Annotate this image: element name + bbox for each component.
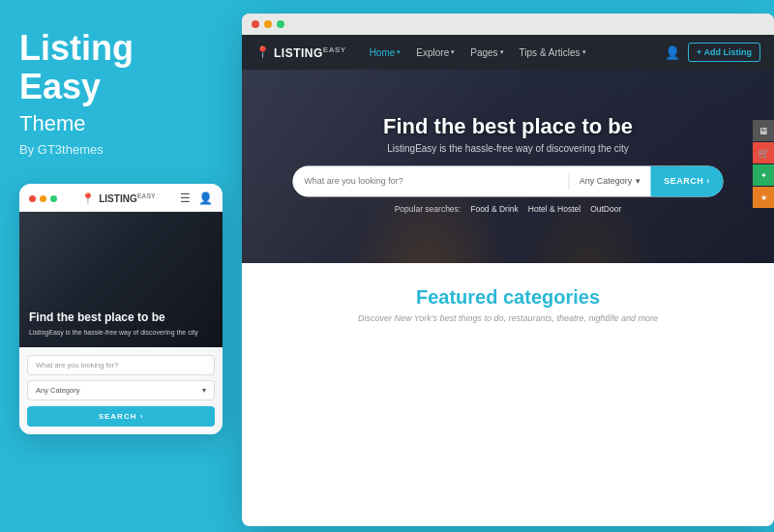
dot-green	[50, 195, 57, 202]
mockup-logo: 📍 LISTINGEASY	[81, 192, 156, 205]
mockup-logo-pin-icon: 📍	[81, 192, 95, 205]
hamburger-icon[interactable]: ☰	[180, 192, 191, 205]
right-edge-icons: 🖥 🛒 ✦ ★	[753, 120, 774, 208]
site-hero: Find the best place to be ListingEasy is…	[242, 70, 774, 263]
mockup-topbar: 📍 LISTINGEASY ☰ 👤	[19, 184, 223, 212]
browser-dot-green	[277, 20, 284, 28]
site-search-bar: Any Category ▾ SEARCH ›	[292, 165, 724, 196]
featured-subtitle: Discover New York's best things to do, r…	[255, 313, 760, 323]
mockup-window-dots	[29, 195, 57, 202]
mockup-category-select[interactable]: Any Category ▾	[27, 380, 215, 400]
mockup-hero-title: Find the best place to be	[29, 310, 213, 326]
monitor-icon[interactable]: 🖥	[753, 120, 774, 141]
chevron-down-icon: ▾	[582, 48, 586, 56]
site-hero-content: Find the best place to be ListingEasy is…	[269, 114, 748, 214]
cart-icon[interactable]: 🛒	[753, 142, 774, 163]
popular-searches: Popular searches: Food & Drink Hotel & H…	[269, 204, 748, 214]
site-logo: 📍 LISTINGEASY	[255, 45, 346, 60]
site-navbar: 📍 LISTINGEASY Home ▾ Explore ▾ Pages ▾ T…	[242, 35, 774, 70]
site-logo-listing: LISTINGEASY	[274, 45, 346, 60]
site-search-input[interactable]	[292, 176, 568, 186]
site-search-button[interactable]: SEARCH ›	[650, 165, 724, 196]
brand-by: By GT3themes	[19, 142, 221, 157]
mockup-body: What are you looking for? Any Category ▾…	[19, 347, 223, 434]
chevron-down-icon: ▾	[500, 48, 504, 56]
dot-yellow	[40, 195, 46, 202]
nav-item-pages[interactable]: Pages ▾	[462, 35, 511, 70]
mockup-nav-icons: ☰ 👤	[180, 192, 213, 205]
site-logo-pin-icon: 📍	[255, 45, 270, 59]
green-icon[interactable]: ✦	[753, 164, 774, 186]
mockup-search-input[interactable]: What are you looking for?	[27, 355, 215, 375]
left-panel: Listing Easy Theme By GT3themes 📍 LISTIN…	[0, 0, 240, 532]
nav-item-tips[interactable]: Tips & Articles ▾	[512, 35, 594, 70]
mockup-search-button[interactable]: SEARCH ›	[27, 406, 215, 427]
site-category-dropdown[interactable]: Any Category ▾	[570, 176, 651, 186]
chevron-down-icon: ▾	[202, 386, 206, 395]
site-nav-links: Home ▾ Explore ▾ Pages ▾ Tips & Articles…	[362, 35, 665, 70]
dot-red	[29, 195, 36, 202]
user-icon[interactable]: 👤	[198, 192, 213, 205]
user-icon[interactable]: 👤	[665, 45, 680, 60]
site-hero-subtitle: ListingEasy is the hassle-free way of di…	[269, 143, 748, 154]
chevron-down-icon: ▾	[636, 176, 640, 186]
popular-tag-outdoor[interactable]: OutDoor	[590, 204, 621, 214]
chevron-down-icon: ▾	[397, 48, 401, 56]
popular-tag-food[interactable]: Food & Drink	[470, 204, 519, 214]
add-listing-button[interactable]: + Add Listing	[688, 43, 760, 62]
chevron-down-icon: ▾	[451, 48, 455, 56]
site-nav-actions: 👤 + Add Listing	[665, 43, 760, 62]
mockup-hero-content: Find the best place to be ListingEasy is…	[29, 310, 213, 338]
brand-subtitle: Theme	[19, 111, 221, 136]
popular-tag-hotel[interactable]: Hotel & Hostel	[528, 204, 580, 214]
mockup-logo-text: LISTINGEASY	[99, 192, 156, 204]
nav-item-home[interactable]: Home ▾	[362, 35, 409, 70]
browser-mockup: 📍 LISTINGEASY Home ▾ Explore ▾ Pages ▾ T…	[242, 14, 774, 526]
browser-dot-red	[252, 20, 259, 28]
mobile-mockup: 📍 LISTINGEASY ☰ 👤 Find the best place to…	[19, 184, 223, 434]
browser-chrome	[242, 14, 774, 35]
browser-dot-yellow	[264, 20, 272, 28]
brand-title: Listing Easy	[19, 29, 221, 105]
mockup-hero-subtitle: ListingEasy is the hassle-free way of di…	[29, 328, 213, 338]
mockup-hero: Find the best place to be ListingEasy is…	[19, 212, 223, 347]
orange-icon[interactable]: ★	[753, 187, 774, 208]
featured-title: Featured categories	[255, 286, 760, 309]
nav-item-explore[interactable]: Explore ▾	[408, 35, 462, 70]
site-hero-title: Find the best place to be	[269, 114, 748, 139]
site-featured-section: Featured categories Discover New York's …	[242, 263, 774, 337]
